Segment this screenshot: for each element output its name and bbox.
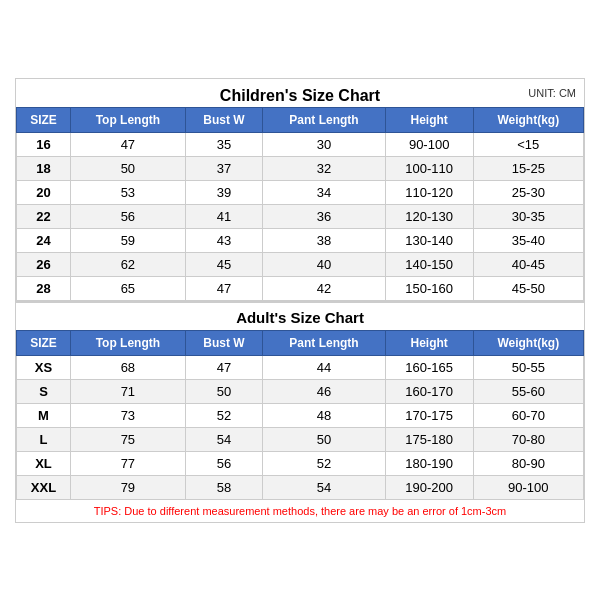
table-row: S715046160-17055-60 [17,379,584,403]
children-header-row: SIZE Top Length Bust W Pant Length Heigh… [17,107,584,132]
data-cell: 150-160 [385,276,473,300]
col-header-bust-w: Bust W [185,107,263,132]
data-cell: 130-140 [385,228,473,252]
table-row: XXL795854190-20090-100 [17,475,584,499]
data-cell: 120-130 [385,204,473,228]
data-cell: 41 [185,204,263,228]
data-cell: 100-110 [385,156,473,180]
data-cell: 79 [71,475,186,499]
adults-size-table: SIZE Top Length Bust W Pant Length Heigh… [16,330,584,500]
data-cell: 110-120 [385,180,473,204]
adult-col-header-size: SIZE [17,330,71,355]
data-cell: 140-150 [385,252,473,276]
size-cell: 16 [17,132,71,156]
data-cell: 50 [263,427,386,451]
data-cell: 15-25 [473,156,583,180]
adult-col-header-height: Height [385,330,473,355]
col-header-size: SIZE [17,107,71,132]
data-cell: 35 [185,132,263,156]
size-cell: S [17,379,71,403]
col-header-pant-length: Pant Length [263,107,386,132]
data-cell: 35-40 [473,228,583,252]
data-cell: 55-60 [473,379,583,403]
data-cell: 45 [185,252,263,276]
size-cell: M [17,403,71,427]
data-cell: 58 [185,475,263,499]
children-section-title: Children's Size Chart UNIT: CM [16,79,584,107]
data-cell: 46 [263,379,386,403]
data-cell: 80-90 [473,451,583,475]
data-cell: 36 [263,204,386,228]
data-cell: 170-175 [385,403,473,427]
data-cell: 37 [185,156,263,180]
data-cell: 90-100 [385,132,473,156]
data-cell: 71 [71,379,186,403]
data-cell: 47 [185,276,263,300]
data-cell: 70-80 [473,427,583,451]
data-cell: 190-200 [385,475,473,499]
size-cell: 18 [17,156,71,180]
table-row: 1647353090-100<15 [17,132,584,156]
data-cell: 75 [71,427,186,451]
col-header-weight: Weight(kg) [473,107,583,132]
data-cell: 52 [263,451,386,475]
table-row: 22564136120-13030-35 [17,204,584,228]
data-cell: 180-190 [385,451,473,475]
size-chart-container: Children's Size Chart UNIT: CM SIZE Top … [15,78,585,523]
table-row: M735248170-17560-70 [17,403,584,427]
data-cell: 53 [71,180,186,204]
data-cell: 40 [263,252,386,276]
data-cell: 59 [71,228,186,252]
data-cell: 50-55 [473,355,583,379]
data-cell: 62 [71,252,186,276]
col-header-top-length: Top Length [71,107,186,132]
data-cell: 160-170 [385,379,473,403]
adult-col-header-bust-w: Bust W [185,330,263,355]
col-header-height: Height [385,107,473,132]
data-cell: 60-70 [473,403,583,427]
data-cell: 56 [71,204,186,228]
data-cell: 77 [71,451,186,475]
size-cell: L [17,427,71,451]
data-cell: 90-100 [473,475,583,499]
data-cell: 42 [263,276,386,300]
data-cell: 34 [263,180,386,204]
table-row: XS684744160-16550-55 [17,355,584,379]
size-cell: XS [17,355,71,379]
size-cell: 26 [17,252,71,276]
data-cell: 32 [263,156,386,180]
data-cell: 45-50 [473,276,583,300]
data-cell: 40-45 [473,252,583,276]
data-cell: 38 [263,228,386,252]
data-cell: 54 [185,427,263,451]
data-cell: 43 [185,228,263,252]
size-cell: XL [17,451,71,475]
size-cell: 20 [17,180,71,204]
table-row: 20533934110-12025-30 [17,180,584,204]
adult-col-header-weight: Weight(kg) [473,330,583,355]
data-cell: 68 [71,355,186,379]
size-cell: 24 [17,228,71,252]
data-cell: 175-180 [385,427,473,451]
data-cell: 50 [185,379,263,403]
size-cell: XXL [17,475,71,499]
adult-col-header-top-length: Top Length [71,330,186,355]
children-title-text: Children's Size Chart [220,87,380,104]
unit-label: UNIT: CM [528,87,576,99]
table-row: 28654742150-16045-50 [17,276,584,300]
data-cell: 54 [263,475,386,499]
table-row: 26624540140-15040-45 [17,252,584,276]
data-cell: 50 [71,156,186,180]
table-row: XL775652180-19080-90 [17,451,584,475]
data-cell: 25-30 [473,180,583,204]
children-size-table: SIZE Top Length Bust W Pant Length Heigh… [16,107,584,301]
size-cell: 28 [17,276,71,300]
tips-text: TIPS: Due to different measurement metho… [16,500,584,522]
size-cell: 22 [17,204,71,228]
data-cell: 44 [263,355,386,379]
data-cell: 47 [71,132,186,156]
data-cell: 39 [185,180,263,204]
data-cell: 160-165 [385,355,473,379]
data-cell: 30-35 [473,204,583,228]
table-row: 18503732100-11015-25 [17,156,584,180]
